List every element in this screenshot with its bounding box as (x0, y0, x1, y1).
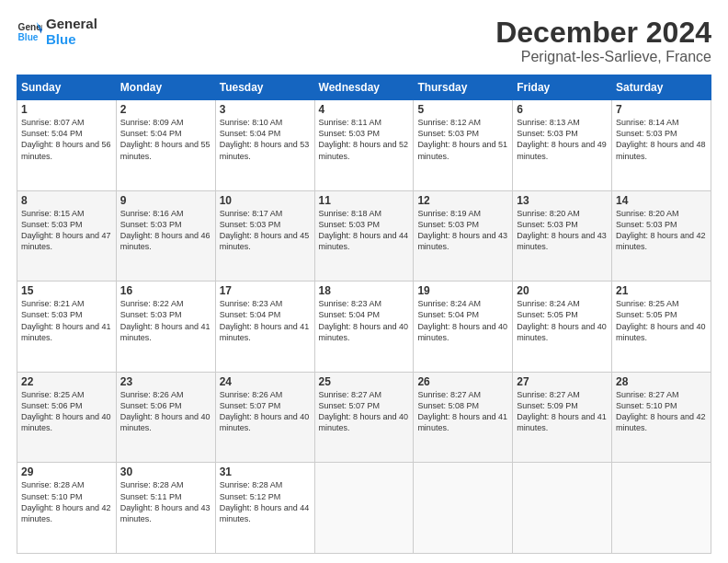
day-info: Sunrise: 8:25 AMSunset: 5:05 PMDaylight:… (616, 298, 707, 343)
header: General Blue General Blue December 2024 … (17, 17, 711, 65)
calendar-title: December 2024 (495, 17, 711, 49)
day-number: 3 (220, 103, 311, 116)
table-row: 26Sunrise: 8:27 AMSunset: 5:08 PMDayligh… (414, 372, 513, 463)
day-number: 31 (220, 465, 311, 478)
day-number: 24 (220, 375, 311, 388)
col-tuesday: Tuesday (215, 75, 314, 100)
day-info: Sunrise: 8:17 AMSunset: 5:03 PMDaylight:… (220, 208, 311, 253)
table-row (414, 463, 513, 554)
table-row: 18Sunrise: 8:23 AMSunset: 5:04 PMDayligh… (314, 282, 414, 373)
table-row: 23Sunrise: 8:26 AMSunset: 5:06 PMDayligh… (116, 372, 215, 463)
week-row-2: 8Sunrise: 8:15 AMSunset: 5:03 PMDaylight… (17, 190, 711, 282)
day-number: 23 (120, 375, 211, 388)
col-wednesday: Wednesday (314, 75, 414, 100)
day-number: 11 (319, 194, 410, 207)
day-number: 16 (120, 284, 211, 297)
calendar-table: Sunday Monday Tuesday Wednesday Thursday… (17, 75, 711, 554)
header-row: Sunday Monday Tuesday Wednesday Thursday… (17, 75, 711, 100)
table-row: 3Sunrise: 8:10 AMSunset: 5:04 PMDaylight… (215, 100, 314, 191)
day-info: Sunrise: 8:26 AMSunset: 5:06 PMDaylight:… (120, 389, 211, 434)
day-info: Sunrise: 8:07 AMSunset: 5:04 PMDaylight:… (21, 117, 112, 162)
calendar-subtitle: Perignat-les-Sarlieve, France (495, 49, 711, 65)
table-row: 25Sunrise: 8:27 AMSunset: 5:07 PMDayligh… (314, 372, 414, 463)
day-info: Sunrise: 8:24 AMSunset: 5:04 PMDaylight:… (417, 298, 508, 343)
table-row: 8Sunrise: 8:15 AMSunset: 5:03 PMDaylight… (17, 190, 117, 282)
table-row: 30Sunrise: 8:28 AMSunset: 5:11 PMDayligh… (116, 463, 215, 554)
day-info: Sunrise: 8:26 AMSunset: 5:07 PMDaylight:… (220, 389, 311, 434)
day-info: Sunrise: 8:12 AMSunset: 5:03 PMDaylight:… (417, 117, 508, 162)
day-info: Sunrise: 8:16 AMSunset: 5:03 PMDaylight:… (120, 208, 211, 253)
day-number: 20 (517, 284, 608, 297)
day-info: Sunrise: 8:15 AMSunset: 5:03 PMDaylight:… (21, 208, 112, 253)
day-info: Sunrise: 8:11 AMSunset: 5:03 PMDaylight:… (319, 117, 410, 162)
table-row: 28Sunrise: 8:27 AMSunset: 5:10 PMDayligh… (612, 372, 711, 463)
day-number: 26 (417, 375, 508, 388)
table-row: 11Sunrise: 8:18 AMSunset: 5:03 PMDayligh… (314, 190, 414, 282)
generalblue-logo-icon: General Blue (17, 19, 42, 45)
table-row: 6Sunrise: 8:13 AMSunset: 5:03 PMDaylight… (513, 100, 612, 191)
title-block: December 2024 Perignat-les-Sarlieve, Fra… (495, 17, 711, 65)
day-number: 12 (417, 194, 508, 207)
table-row: 9Sunrise: 8:16 AMSunset: 5:03 PMDaylight… (116, 190, 215, 282)
day-info: Sunrise: 8:09 AMSunset: 5:04 PMDaylight:… (120, 117, 211, 162)
table-row: 2Sunrise: 8:09 AMSunset: 5:04 PMDaylight… (116, 100, 215, 191)
table-row: 31Sunrise: 8:28 AMSunset: 5:12 PMDayligh… (215, 463, 314, 554)
table-row: 16Sunrise: 8:22 AMSunset: 5:03 PMDayligh… (116, 282, 215, 373)
day-number: 14 (616, 194, 707, 207)
table-row: 27Sunrise: 8:27 AMSunset: 5:09 PMDayligh… (513, 372, 612, 463)
day-info: Sunrise: 8:25 AMSunset: 5:06 PMDaylight:… (21, 389, 112, 434)
table-row: 17Sunrise: 8:23 AMSunset: 5:04 PMDayligh… (215, 282, 314, 373)
day-number: 19 (417, 284, 508, 297)
day-info: Sunrise: 8:23 AMSunset: 5:04 PMDaylight:… (319, 298, 410, 343)
table-row: 19Sunrise: 8:24 AMSunset: 5:04 PMDayligh… (414, 282, 513, 373)
col-friday: Friday (513, 75, 612, 100)
week-row-1: 1Sunrise: 8:07 AMSunset: 5:04 PMDaylight… (17, 100, 711, 191)
day-info: Sunrise: 8:20 AMSunset: 5:03 PMDaylight:… (517, 208, 608, 253)
day-number: 13 (517, 194, 608, 207)
day-number: 8 (21, 194, 112, 207)
day-number: 6 (517, 103, 608, 116)
day-info: Sunrise: 8:13 AMSunset: 5:03 PMDaylight:… (517, 117, 608, 162)
day-number: 18 (319, 284, 410, 297)
table-row (513, 463, 612, 554)
table-row: 29Sunrise: 8:28 AMSunset: 5:10 PMDayligh… (17, 463, 117, 554)
col-thursday: Thursday (414, 75, 513, 100)
table-row: 5Sunrise: 8:12 AMSunset: 5:03 PMDaylight… (414, 100, 513, 191)
day-info: Sunrise: 8:28 AMSunset: 5:11 PMDaylight:… (120, 479, 211, 524)
week-row-3: 15Sunrise: 8:21 AMSunset: 5:03 PMDayligh… (17, 282, 711, 373)
day-info: Sunrise: 8:21 AMSunset: 5:03 PMDaylight:… (21, 298, 112, 343)
day-number: 27 (517, 375, 608, 388)
page: General Blue General Blue December 2024 … (0, 0, 728, 563)
day-number: 10 (220, 194, 311, 207)
day-info: Sunrise: 8:22 AMSunset: 5:03 PMDaylight:… (120, 298, 211, 343)
day-number: 17 (220, 284, 311, 297)
day-info: Sunrise: 8:27 AMSunset: 5:08 PMDaylight:… (417, 389, 508, 434)
day-number: 22 (21, 375, 112, 388)
day-info: Sunrise: 8:10 AMSunset: 5:04 PMDaylight:… (220, 117, 311, 162)
table-row: 4Sunrise: 8:11 AMSunset: 5:03 PMDaylight… (314, 100, 414, 191)
col-saturday: Saturday (612, 75, 711, 100)
day-info: Sunrise: 8:27 AMSunset: 5:10 PMDaylight:… (616, 389, 707, 434)
day-number: 30 (120, 465, 211, 478)
week-row-5: 29Sunrise: 8:28 AMSunset: 5:10 PMDayligh… (17, 463, 711, 554)
day-info: Sunrise: 8:20 AMSunset: 5:03 PMDaylight:… (616, 208, 707, 253)
table-row (314, 463, 414, 554)
day-info: Sunrise: 8:28 AMSunset: 5:10 PMDaylight:… (21, 479, 112, 524)
table-row: 7Sunrise: 8:14 AMSunset: 5:03 PMDaylight… (612, 100, 711, 191)
logo-blue: Blue (46, 32, 97, 48)
logo-general: General (46, 17, 97, 32)
day-info: Sunrise: 8:28 AMSunset: 5:12 PMDaylight:… (220, 479, 311, 524)
day-number: 9 (120, 194, 211, 207)
day-info: Sunrise: 8:14 AMSunset: 5:03 PMDaylight:… (616, 117, 707, 162)
day-info: Sunrise: 8:23 AMSunset: 5:04 PMDaylight:… (220, 298, 311, 343)
day-number: 28 (616, 375, 707, 388)
day-number: 5 (417, 103, 508, 116)
day-info: Sunrise: 8:19 AMSunset: 5:03 PMDaylight:… (417, 208, 508, 253)
table-row: 15Sunrise: 8:21 AMSunset: 5:03 PMDayligh… (17, 282, 117, 373)
day-info: Sunrise: 8:24 AMSunset: 5:05 PMDaylight:… (517, 298, 608, 343)
table-row: 24Sunrise: 8:26 AMSunset: 5:07 PMDayligh… (215, 372, 314, 463)
table-row: 1Sunrise: 8:07 AMSunset: 5:04 PMDaylight… (17, 100, 117, 191)
table-row: 22Sunrise: 8:25 AMSunset: 5:06 PMDayligh… (17, 372, 117, 463)
table-row: 20Sunrise: 8:24 AMSunset: 5:05 PMDayligh… (513, 282, 612, 373)
table-row: 10Sunrise: 8:17 AMSunset: 5:03 PMDayligh… (215, 190, 314, 282)
